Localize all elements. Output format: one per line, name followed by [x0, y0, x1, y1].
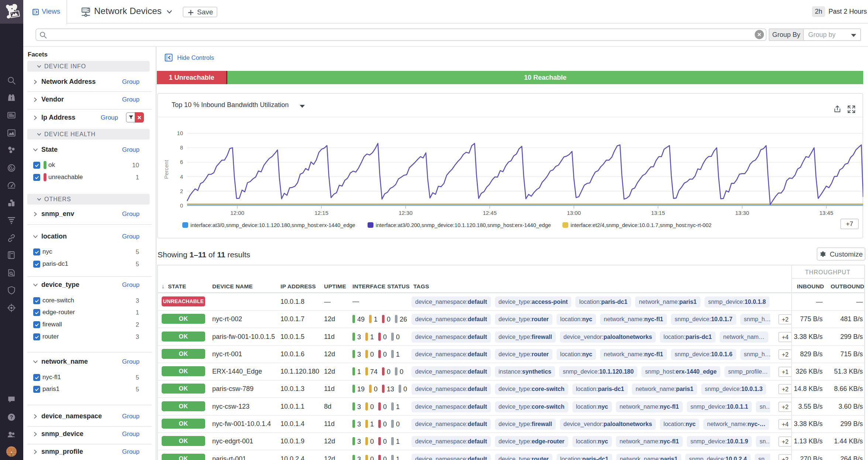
- svg-text:12:15: 12:15: [314, 210, 328, 216]
- svg-text:6: 6: [180, 159, 183, 165]
- svg-text:0: 0: [180, 202, 183, 209]
- svg-text:12:00: 12:00: [230, 210, 244, 216]
- svg-text:13:15: 13:15: [651, 210, 665, 216]
- svg-text:?: ?: [10, 414, 13, 420]
- svg-text:10: 10: [177, 130, 183, 136]
- svg-text:Percent: Percent: [163, 159, 169, 179]
- svg-text:13:45: 13:45: [819, 210, 833, 216]
- svg-text:2: 2: [180, 188, 183, 194]
- svg-text:12:45: 12:45: [483, 210, 497, 216]
- svg-text:4: 4: [180, 174, 183, 180]
- svg-text:13:00: 13:00: [567, 210, 581, 216]
- svg-text:8: 8: [180, 144, 183, 151]
- svg-text:12:30: 12:30: [399, 210, 413, 216]
- svg-text:13:30: 13:30: [735, 210, 749, 216]
